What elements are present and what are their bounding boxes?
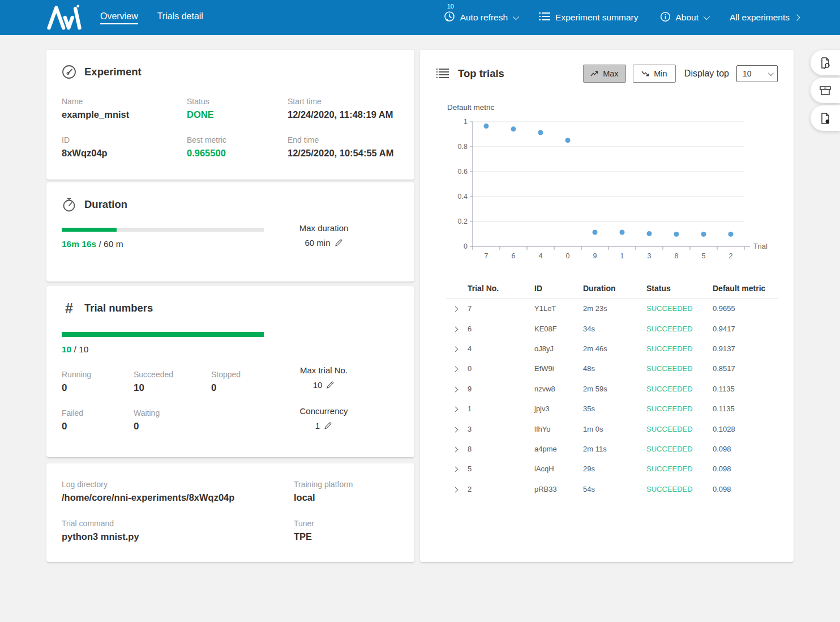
field-label: ID (62, 135, 187, 144)
min-button[interactable]: Min (633, 65, 676, 83)
top-navbar: Overview Trials detail 10 Auto refresh (0, 0, 840, 35)
field-label: Status (187, 97, 288, 106)
about-menu[interactable]: About (660, 11, 709, 24)
cell-trial-no: 2 (468, 485, 534, 493)
cell-default-metric: 0.1028 (713, 425, 778, 433)
duration-card-title: Duration (62, 197, 414, 212)
cell-trial-no: 3 (468, 425, 534, 433)
auto-refresh-interval-badge: 10 (447, 3, 454, 10)
cell-default-metric: 0.098 (713, 445, 778, 453)
cell-id: EfW9i (534, 364, 583, 373)
config-panel-button[interactable] (811, 78, 840, 103)
field-value: python3 mnist.py (62, 531, 294, 542)
cell-default-metric: 0.098 (713, 485, 778, 493)
max-button[interactable]: Max (583, 65, 626, 83)
edit-max-duration-button[interactable] (335, 238, 343, 247)
expand-row-chevron-icon[interactable] (453, 306, 458, 312)
cell-status: SUCCEEDED (646, 325, 713, 333)
search-space-panel-button[interactable] (811, 50, 840, 75)
column-header[interactable]: Duration (583, 284, 646, 293)
max-trial-value: 10 (313, 380, 323, 390)
trend-up-icon (590, 70, 598, 77)
expand-row-chevron-icon[interactable] (453, 386, 458, 392)
column-header[interactable]: Status (646, 284, 713, 293)
total-time: / 60 m (96, 239, 123, 249)
table-row: 6KE08F34sSUCCEEDED0.9417 (446, 318, 778, 338)
edit-concurrency-button[interactable] (324, 421, 332, 430)
trials-done: 10 (62, 344, 71, 354)
cell-id: nzvw8 (534, 385, 583, 393)
version-info-button[interactable] (811, 105, 840, 131)
expand-row-chevron-icon[interactable] (453, 367, 458, 372)
cell-trial-no: 1 (468, 404, 534, 413)
top-trials-card: Top trials Max Min Display top 10 Defaul… (420, 50, 794, 562)
display-top-label: Display top (684, 69, 729, 79)
field: Training platformlocal (294, 480, 403, 503)
column-header[interactable]: Trial No. (468, 284, 534, 293)
svg-text:0: 0 (464, 242, 468, 250)
expand-row-chevron-icon[interactable] (453, 427, 458, 432)
field-label: End time (288, 135, 403, 144)
trial-counts: Running0Succeeded10Stopped0Failed0Waitin… (62, 370, 265, 432)
auto-refresh-label: Auto refresh (460, 12, 508, 23)
expand-row-chevron-icon[interactable] (453, 326, 458, 332)
document-search-icon (818, 56, 832, 70)
expand-row-chevron-icon[interactable] (453, 467, 458, 472)
card-title-text: Trial numbers (84, 302, 153, 314)
field-label: Best metric (187, 135, 288, 144)
cell-id: Y1LeT (534, 304, 583, 313)
tab-overview[interactable]: Overview (100, 11, 138, 24)
expand-row-chevron-icon[interactable] (453, 487, 458, 492)
display-top-select[interactable]: 10 (736, 65, 778, 82)
cell-duration: 35s (583, 404, 646, 413)
cell-duration: 54s (583, 485, 646, 493)
field-value: example_mnist (62, 109, 187, 120)
cell-duration: 29s (583, 465, 646, 473)
svg-text:7: 7 (485, 252, 488, 260)
trial-count: Stopped0 (211, 370, 265, 394)
chevron-cell (446, 325, 468, 333)
all-experiments-link[interactable]: All experiments (730, 12, 799, 23)
cell-trial-no: 7 (468, 304, 534, 313)
table-row: 5iAcqH29sSUCCEEDED0.098 (446, 459, 778, 479)
card-title-text: Duration (84, 198, 127, 211)
field: ID8xWqz04p (62, 135, 187, 159)
table-row: 3lfhYo1m 0sSUCCEEDED0.1028 (446, 419, 778, 438)
cell-default-metric: 0.9655 (713, 304, 778, 313)
auto-refresh-menu[interactable]: 10 Auto refresh (444, 11, 517, 24)
experiment-summary-button[interactable]: Experiment summary (539, 11, 638, 24)
top-trials-controls: Max Min Display top 10 (583, 65, 778, 83)
trial-count: Failed0 (62, 408, 134, 432)
expand-row-chevron-icon[interactable] (453, 446, 458, 452)
experiment-card-title: Experiment (62, 65, 414, 79)
list-icon (539, 11, 550, 24)
cell-status: SUCCEEDED (646, 344, 713, 353)
field-label: Start time (288, 97, 403, 106)
about-label: About (676, 12, 699, 23)
duration-progress-bar (62, 228, 264, 232)
svg-text:Trial: Trial (753, 242, 768, 250)
table-row: 8a4pme2m 11sSUCCEEDED0.098 (446, 439, 778, 459)
field-label: Tuner (294, 519, 403, 528)
experiment-fields: Nameexample_mnistStatusDONEStart time12/… (62, 97, 403, 159)
field-label: Training platform (294, 480, 403, 489)
top-trials-header: Top trials Max Min Display top 10 (435, 65, 778, 83)
default-metric-scatter-chart: 00.20.40.60.817640913852Trial (443, 111, 794, 270)
field: End time12/25/2020, 10:54:55 AM (288, 135, 403, 159)
expand-row-chevron-icon[interactable] (453, 407, 458, 412)
cell-id: a4pme (534, 445, 583, 453)
column-header[interactable]: ID (534, 284, 583, 293)
column-header[interactable]: Default metric (713, 284, 778, 293)
top-trials-card-title: Top trials (435, 66, 504, 81)
tab-trials-detail[interactable]: Trials detail (157, 11, 203, 24)
expand-row-chevron-icon[interactable] (453, 347, 458, 352)
info-icon (660, 11, 671, 24)
count-label: Running (62, 370, 134, 379)
nni-logo[interactable] (46, 5, 83, 31)
chevron-cell (446, 485, 468, 493)
display-top-value: 10 (743, 69, 752, 78)
cell-duration: 2m 59s (583, 385, 646, 393)
count-label: Succeeded (134, 370, 211, 379)
edit-max-trial-button[interactable] (326, 381, 335, 389)
archive-box-icon (818, 84, 832, 97)
